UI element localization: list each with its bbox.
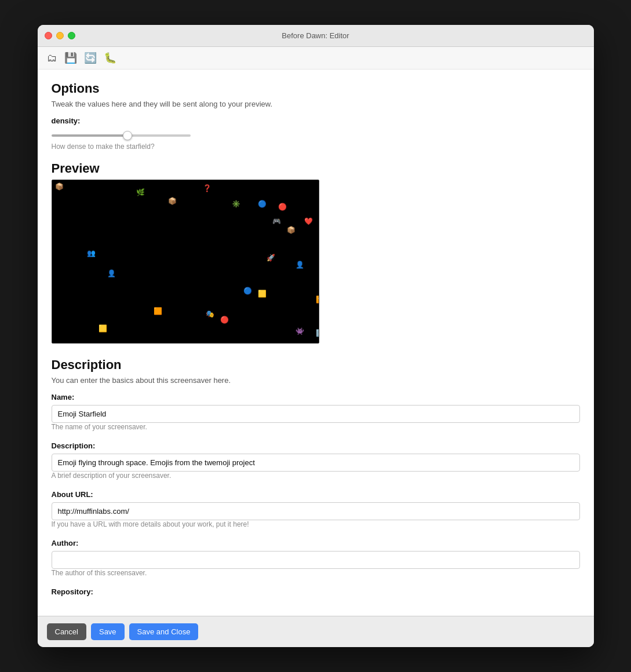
emoji-sprite: ❤️ bbox=[304, 218, 313, 225]
name-group: Name: The name of your screensaver. bbox=[52, 393, 580, 431]
desc-input[interactable] bbox=[52, 454, 580, 472]
emoji-sprite: 🔴 bbox=[220, 316, 229, 323]
traffic-lights bbox=[45, 32, 75, 39]
url-input[interactable] bbox=[52, 502, 580, 520]
url-hint: If you have a URL with more details abou… bbox=[52, 520, 580, 528]
options-section: Options Tweak the values here and they w… bbox=[52, 81, 580, 151]
emoji-sprite: 🔴 bbox=[278, 203, 287, 210]
author-group: Author: The author of this screensaver. bbox=[52, 539, 580, 577]
author-input[interactable] bbox=[52, 551, 580, 569]
emoji-sprite: 🔵 bbox=[258, 200, 267, 207]
emoji-sprite: 🎮 bbox=[272, 218, 281, 225]
url-group: About URL: If you have a URL with more d… bbox=[52, 490, 580, 528]
description-heading: Description bbox=[52, 357, 580, 372]
author-label: Author: bbox=[52, 539, 580, 547]
content-area: Options Tweak the values here and they w… bbox=[38, 70, 594, 616]
save-button[interactable]: Save bbox=[91, 623, 125, 640]
density-hint: How dense to make the starfield? bbox=[52, 143, 580, 151]
save-icon[interactable]: 💾 bbox=[64, 52, 77, 64]
emoji-sprite: 📦 bbox=[55, 183, 64, 190]
emoji-sprite: 👤 bbox=[107, 270, 116, 277]
description-section: Description You can enter the basics abo… bbox=[52, 357, 580, 596]
emoji-sprite: 🔽 bbox=[316, 296, 319, 303]
emoji-sprite: 👾 bbox=[296, 328, 304, 335]
density-group: density: How dense to make the starfield… bbox=[52, 116, 580, 151]
footer-bar: Cancel Save Save and Close bbox=[38, 616, 594, 647]
description-group: Description: A brief description of your… bbox=[52, 441, 580, 480]
author-hint: The author of this screensaver. bbox=[52, 569, 580, 577]
url-label: About URL: bbox=[52, 490, 580, 499]
close-button[interactable] bbox=[45, 32, 52, 39]
options-subtitle: Tweak the values here and they will be s… bbox=[52, 100, 580, 108]
emoji-sprite: 🔵 bbox=[243, 287, 252, 294]
name-label: Name: bbox=[52, 393, 580, 401]
emoji-sprite: ⬇️ bbox=[316, 330, 319, 337]
save-close-button[interactable]: Save and Close bbox=[129, 623, 199, 640]
emoji-sprite: 🟨 bbox=[99, 325, 107, 332]
emoji-sprite: ✳️ bbox=[232, 200, 240, 207]
density-slider[interactable] bbox=[52, 134, 191, 137]
titlebar: Before Dawn: Editor bbox=[38, 25, 594, 47]
slider-container bbox=[52, 129, 580, 139]
emoji-sprite: 🚀 bbox=[267, 254, 275, 261]
description-subtitle: You can enter the basics about this scre… bbox=[52, 376, 580, 385]
emoji-sprite: 🌿 bbox=[136, 189, 145, 196]
window-title: Before Dawn: Editor bbox=[282, 31, 349, 40]
repo-group: Repository: bbox=[52, 587, 580, 596]
name-input[interactable] bbox=[52, 405, 580, 423]
preview-heading: Preview bbox=[52, 161, 580, 176]
desc-label: Description: bbox=[52, 441, 580, 450]
preview-section: Preview 📦🌿❓📦✳️🔵🔴—🎮❤️📦👥🚀👤👤🌟🔵🟨🔽🟧🎭🔴🟨👾⬇️ bbox=[52, 161, 580, 344]
emoji-sprite: ❓ bbox=[203, 185, 211, 192]
emoji-sprite: 📦 bbox=[168, 198, 177, 204]
cancel-button[interactable]: Cancel bbox=[47, 623, 86, 640]
density-label: density: bbox=[52, 116, 580, 125]
toolbar: 🗂 💾 🔄 🐛 bbox=[38, 47, 594, 70]
options-heading: Options bbox=[52, 81, 580, 96]
emoji-sprite: 🟧 bbox=[154, 308, 162, 315]
desc-hint: A brief description of your screensaver. bbox=[52, 472, 580, 480]
repo-label: Repository: bbox=[52, 587, 580, 596]
minimize-button[interactable] bbox=[56, 32, 64, 39]
emoji-sprite: 📦 bbox=[287, 227, 296, 233]
emoji-sprite: 👥 bbox=[87, 250, 96, 257]
maximize-button[interactable] bbox=[68, 32, 75, 39]
name-hint: The name of your screensaver. bbox=[52, 423, 580, 431]
emoji-sprite: 👤 bbox=[296, 261, 304, 268]
folder-icon[interactable]: 🗂 bbox=[47, 52, 57, 64]
refresh-icon[interactable]: 🔄 bbox=[84, 52, 97, 64]
emoji-sprite: 🟨 bbox=[258, 290, 267, 297]
bug-icon[interactable]: 🐛 bbox=[104, 52, 116, 64]
emoji-sprite: — bbox=[180, 212, 187, 219]
preview-canvas: 📦🌿❓📦✳️🔵🔴—🎮❤️📦👥🚀👤👤🌟🔵🟨🔽🟧🎭🔴🟨👾⬇️ bbox=[52, 180, 319, 344]
main-window: Before Dawn: Editor 🗂 💾 🔄 🐛 Options Twea… bbox=[38, 25, 594, 647]
emoji-sprite: 🎭 bbox=[206, 311, 214, 317]
